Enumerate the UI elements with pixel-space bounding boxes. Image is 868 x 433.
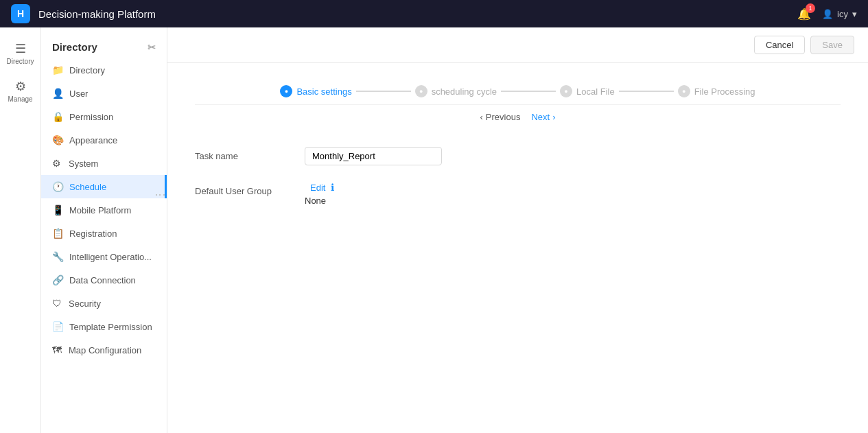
sidebar-item-system-label: System [69, 159, 98, 169]
registration-icon: 📋 [52, 228, 64, 239]
step-circle-1: ● [280, 85, 292, 97]
step-circle-2: ● [415, 85, 427, 97]
cancel-button[interactable]: Cancel [754, 36, 805, 54]
main-layout: ☰ Directory ⚙ Manage Directory ✂ 📁 Direc… [0, 27, 868, 433]
sidebar-item-permission[interactable]: 🔒 Permission [41, 105, 167, 128]
username: icy [837, 9, 848, 19]
sidebar-item-directory[interactable]: 📁 Directory [41, 58, 167, 82]
notification-badge: 1 [806, 3, 815, 13]
dropdown-icon: ▾ [852, 9, 857, 19]
sidebar-item-schedule[interactable]: 🕐 Schedule [41, 175, 167, 198]
sidebar-item-intelligent-ops[interactable]: 🔧 Intelligent Operatio... [41, 245, 167, 268]
step-label-4: File Processing [694, 86, 755, 97]
step-line-2 [501, 91, 556, 92]
task-name-field [305, 147, 841, 165]
sidebar: Directory ✂ 📁 Directory 👤 User 🔒 Permiss… [41, 27, 167, 433]
directory-icon: 📁 [52, 65, 64, 75]
lock-icon: 🔒 [52, 111, 64, 122]
nav-directory-label: Directory [6, 58, 34, 65]
sidebar-item-map-config-label: Map Configuration [69, 345, 141, 355]
task-name-label: Task name [195, 147, 305, 161]
sidebar-item-mobile-label: Mobile Platform [69, 205, 131, 215]
step-label-1: Basic settings [296, 86, 351, 97]
step-local-file: ● Local File [560, 85, 615, 97]
sidebar-item-mobile[interactable]: 📱 Mobile Platform [41, 198, 167, 222]
save-button[interactable]: Save [810, 36, 854, 54]
nav-manage[interactable]: ⚙ Manage [0, 73, 40, 108]
topbar-right: 🔔 1 👤 icy ▾ [797, 8, 857, 21]
step-circle-4: ● [678, 85, 690, 97]
sidebar-item-user-label: User [69, 89, 88, 99]
sidebar-item-registration-label: Registration [69, 229, 117, 239]
pin-icon[interactable]: ✂ [148, 42, 156, 53]
next-label: Next [531, 112, 550, 122]
appearance-icon: 🎨 [52, 134, 64, 145]
map-icon: 🗺 [52, 344, 63, 355]
default-user-group-label: Default User Group [195, 182, 305, 196]
list-icon: ☰ [15, 41, 26, 56]
sidebar-item-user[interactable]: 👤 User [41, 82, 167, 105]
sidebar-item-permission-label: Permission [69, 112, 113, 122]
sidebar-item-security-label: Security [69, 299, 101, 309]
chevron-right-icon: › [552, 112, 555, 122]
app-logo: H [11, 4, 30, 23]
sidebar-item-appearance-label: Appearance [69, 135, 117, 145]
sidebar-item-template-permission-label: Template Permission [69, 322, 152, 332]
left-nav: ☰ Directory ⚙ Manage [0, 27, 41, 433]
app-title: Decision-making Platform [38, 8, 789, 20]
edit-button[interactable]: Edit [310, 183, 325, 193]
content-area: Cancel Save ● Basic settings ● schedulin… [167, 27, 868, 433]
user-icon: 👤 [52, 88, 64, 99]
group-value: None [305, 193, 841, 206]
sidebar-item-registration[interactable]: 📋 Registration [41, 222, 167, 245]
info-icon[interactable]: ℹ [331, 182, 334, 193]
sidebar-item-system[interactable]: ⚙ System [41, 152, 167, 175]
sidebar-item-directory-label: Directory [69, 65, 105, 75]
task-name-row: Task name [195, 147, 841, 165]
system-icon: ⚙ [52, 158, 63, 169]
sidebar-item-schedule-label: Schedule [69, 182, 106, 192]
mobile-icon: 📱 [52, 204, 64, 215]
step-line-3 [619, 91, 674, 92]
sidebar-item-data-connection-label: Data Connection [69, 275, 136, 285]
task-name-input[interactable] [305, 147, 442, 165]
nav-directory[interactable]: ☰ Directory [0, 36, 40, 71]
step-label-2: scheduling cycle [432, 86, 497, 97]
sidebar-item-map-config[interactable]: 🗺 Map Configuration [41, 338, 167, 362]
template-permission-icon: 📄 [52, 321, 64, 332]
step-circle-3: ● [560, 85, 572, 97]
form-area: Task name Default User Group Edit ℹ None [167, 126, 868, 433]
gear-icon: ⚙ [15, 79, 26, 94]
prev-button[interactable]: ‹ Previous [480, 112, 521, 122]
resize-handle[interactable]: ⋮ [154, 189, 167, 199]
schedule-icon: 🕐 [52, 181, 64, 192]
step-label-3: Local File [576, 86, 615, 97]
intelligent-ops-icon: 🔧 [52, 251, 64, 262]
content-toolbar: Cancel Save [167, 27, 868, 63]
sidebar-item-intelligent-ops-label: Intelligent Operatio... [69, 252, 152, 262]
chevron-left-icon: ‹ [480, 112, 483, 122]
step-scheduling-cycle: ● scheduling cycle [415, 85, 497, 97]
user-icon: 👤 [822, 9, 833, 19]
prev-label: Previous [486, 112, 521, 122]
default-user-group-field: Edit ℹ None [305, 182, 841, 206]
user-menu[interactable]: 👤 icy ▾ [822, 9, 857, 19]
nav-manage-label: Manage [8, 95, 32, 103]
sidebar-item-security[interactable]: 🛡 Security [41, 292, 167, 315]
next-button[interactable]: Next › [531, 112, 555, 122]
default-user-group-row: Default User Group Edit ℹ None [195, 182, 841, 206]
security-icon: 🛡 [52, 298, 63, 309]
step-file-processing: ● File Processing [678, 85, 755, 97]
nav-buttons: ‹ Previous Next › [195, 105, 841, 126]
step-line-1 [356, 91, 411, 92]
sidebar-item-appearance[interactable]: 🎨 Appearance [41, 128, 167, 152]
topbar: H Decision-making Platform 🔔 1 👤 icy ▾ [0, 0, 868, 27]
sidebar-title: Directory [52, 41, 97, 53]
sidebar-item-template-permission[interactable]: 📄 Template Permission [41, 315, 167, 338]
data-connection-icon: 🔗 [52, 274, 64, 285]
notification-button[interactable]: 🔔 1 [797, 8, 811, 21]
sidebar-item-data-connection[interactable]: 🔗 Data Connection [41, 268, 167, 292]
step-basic-settings: ● Basic settings [280, 85, 351, 97]
sidebar-header: Directory ✂ [41, 33, 167, 58]
steps-bar: ● Basic settings ● scheduling cycle ● Lo… [195, 74, 841, 105]
